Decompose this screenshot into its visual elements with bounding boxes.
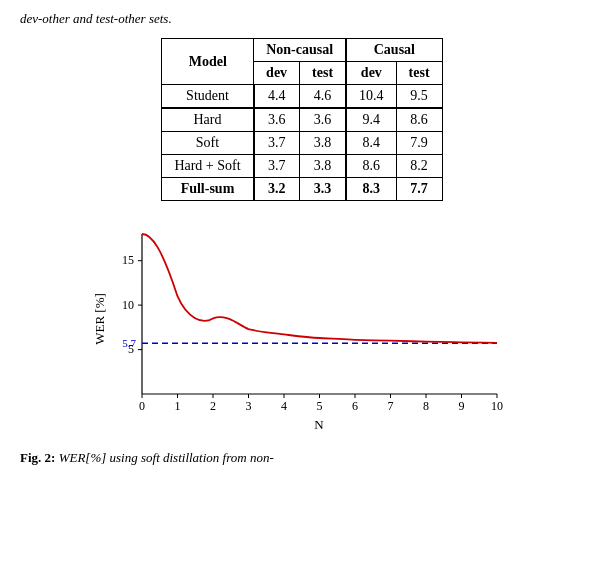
caption-text: WER[%] using soft distillation from non- [55,450,273,465]
table-row: Student4.44.610.49.5 [162,85,442,109]
value-cell: 8.2 [396,155,442,178]
svg-text:5: 5 [317,399,323,413]
table-body: Student4.44.610.49.5Hard3.63.69.48.6Soft… [162,85,442,201]
model-cell: Hard [162,108,254,132]
x-axis-label: N [314,417,324,432]
svg-text:10: 10 [491,399,503,413]
svg-text:10: 10 [122,298,134,312]
table-row: Hard3.63.69.48.6 [162,108,442,132]
results-table-wrapper: Model Non-causal Causal dev test dev tes… [20,38,584,201]
value-cell: 8.6 [346,155,396,178]
value-cell: 9.5 [396,85,442,109]
value-cell: 8.3 [346,178,396,201]
svg-text:2: 2 [210,399,216,413]
fig-label: Fig. 2: [20,450,55,465]
c-test-header: test [396,62,442,85]
svg-text:7: 7 [388,399,394,413]
dashed-label: 5.7 [122,337,136,349]
table-row: Hard + Soft3.73.88.68.2 [162,155,442,178]
value-cell: 8.4 [346,132,396,155]
table-row: Full-sum3.23.38.37.7 [162,178,442,201]
figure-caption: Fig. 2: WER[%] using soft distillation f… [20,449,584,468]
model-cell: Full-sum [162,178,254,201]
value-cell: 7.7 [396,178,442,201]
value-cell: 3.7 [254,155,300,178]
nc-test-header: test [300,62,347,85]
wer-curve [142,234,497,343]
value-cell: 10.4 [346,85,396,109]
svg-text:8: 8 [423,399,429,413]
svg-text:6: 6 [352,399,358,413]
wer-chart: 5 10 15 WER [%] 0 1 2 3 4 5 6 7 [92,219,512,439]
value-cell: 4.6 [300,85,347,109]
value-cell: 7.9 [396,132,442,155]
value-cell: 9.4 [346,108,396,132]
y-axis-label: WER [%] [92,293,107,345]
c-dev-header: dev [346,62,396,85]
nc-dev-header: dev [254,62,300,85]
results-table: Model Non-causal Causal dev test dev tes… [161,38,442,201]
svg-text:1: 1 [175,399,181,413]
svg-text:4: 4 [281,399,287,413]
value-cell: 3.2 [254,178,300,201]
table-header-group-row: Model Non-causal Causal [162,39,442,62]
svg-text:0: 0 [139,399,145,413]
chart-area: 5 10 15 WER [%] 0 1 2 3 4 5 6 7 [92,219,512,439]
model-cell: Hard + Soft [162,155,254,178]
value-cell: 3.6 [254,108,300,132]
non-causal-header: Non-causal [254,39,347,62]
table-row: Soft3.73.88.47.9 [162,132,442,155]
intro-text: dev-other and test-other sets. [20,10,584,28]
causal-header: Causal [346,39,442,62]
model-cell: Student [162,85,254,109]
chart-container: 5 10 15 WER [%] 0 1 2 3 4 5 6 7 [20,219,584,439]
value-cell: 3.8 [300,132,347,155]
value-cell: 4.4 [254,85,300,109]
value-cell: 3.6 [300,108,347,132]
value-cell: 3.3 [300,178,347,201]
value-cell: 3.7 [254,132,300,155]
svg-text:9: 9 [459,399,465,413]
svg-text:15: 15 [122,253,134,267]
model-header: Model [162,39,254,85]
svg-text:3: 3 [246,399,252,413]
value-cell: 8.6 [396,108,442,132]
model-cell: Soft [162,132,254,155]
value-cell: 3.8 [300,155,347,178]
